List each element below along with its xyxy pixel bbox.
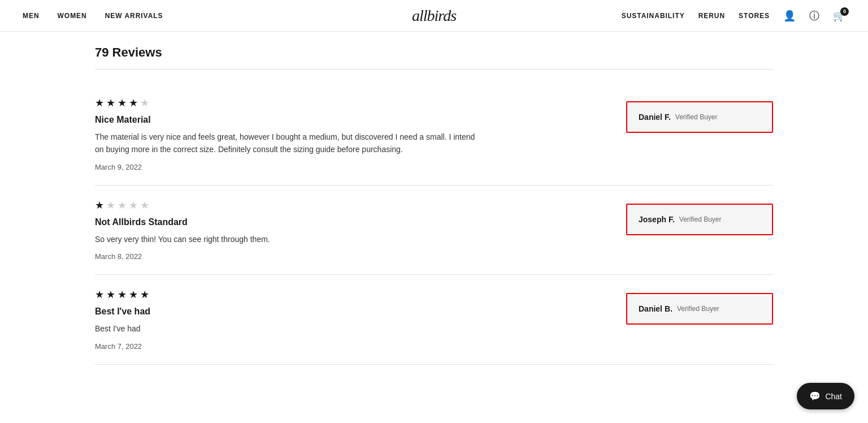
reviews-container: ★★★★★ Nice Material The material is very… [95, 83, 773, 365]
nav-right-links: SUSTAINABILITY RERUN STORES [622, 12, 770, 20]
filled-star: ★ [95, 199, 104, 212]
filled-star: ★ [140, 288, 149, 301]
filled-star: ★ [129, 97, 138, 109]
nav-logo-area: allbirds [412, 7, 456, 25]
nav-rerun[interactable]: RERUN [698, 12, 725, 20]
review-body: The material is very nice and feels grea… [95, 131, 479, 156]
nav-right: SUSTAINABILITY RERUN STORES 👤 ⓘ 🛒 0 [622, 9, 845, 23]
review-body: Best I've had [95, 322, 479, 335]
review-title: Not Allbirds Standard [95, 217, 479, 227]
cart-badge: 0 [840, 7, 849, 16]
review-date: March 7, 2022 [95, 342, 479, 351]
cart-icon[interactable]: 🛒 0 [833, 10, 845, 22]
review-right: Daniel B. Verified Buyer [626, 288, 773, 350]
filled-star: ★ [95, 97, 104, 109]
nav-new-arrivals[interactable]: NEW ARRIVALS [105, 12, 163, 20]
star-rating: ★★★★★ [95, 199, 479, 212]
review-item: ★★★★★ Nice Material The material is very… [95, 83, 773, 185]
review-right: Daniel F. Verified Buyer [626, 97, 773, 171]
review-date: March 9, 2022 [95, 163, 479, 171]
reviewer-card: Joseph F. Verified Buyer [626, 204, 773, 235]
empty-star: ★ [140, 199, 149, 212]
review-title: Best I've had [95, 307, 479, 317]
reviewer-name: Daniel B. [639, 304, 672, 313]
review-left: ★★★★★ Nice Material The material is very… [95, 97, 479, 171]
nav-women[interactable]: WOMEN [58, 12, 87, 20]
verified-buyer-badge: Verified Buyer [679, 215, 722, 223]
site-logo: allbirds [412, 7, 456, 24]
top-divider [95, 69, 773, 70]
reviewer-card: Daniel F. Verified Buyer [626, 101, 773, 133]
nav-left: MEN WOMEN NEW ARRIVALS [23, 12, 163, 20]
verified-buyer-badge: Verified Buyer [677, 305, 719, 313]
verified-buyer-badge: Verified Buyer [675, 113, 718, 121]
filled-star: ★ [106, 97, 115, 109]
reviewer-card: Daniel B. Verified Buyer [626, 293, 773, 325]
review-right: Joseph F. Verified Buyer [626, 199, 773, 261]
review-item: ★★★★★ Not Allbirds Standard So very very… [95, 185, 773, 275]
filled-star: ★ [106, 288, 115, 301]
empty-star: ★ [118, 199, 127, 212]
nav-stores[interactable]: STORES [739, 12, 770, 20]
filled-star: ★ [129, 288, 138, 301]
star-rating: ★★★★★ [95, 288, 479, 301]
main-content: 79 Reviews ★★★★★ Nice Material The mater… [72, 32, 796, 378]
nav-sustainability[interactable]: SUSTAINABILITY [622, 12, 685, 20]
nav-men[interactable]: MEN [23, 12, 40, 20]
review-date: March 8, 2022 [95, 252, 479, 261]
review-left: ★★★★★ Best I've had Best I've had March … [95, 288, 479, 350]
review-title: Nice Material [95, 115, 479, 125]
empty-star: ★ [129, 199, 138, 212]
empty-star: ★ [140, 97, 149, 109]
review-body: So very very thin! You can see right thr… [95, 233, 479, 245]
help-icon[interactable]: ⓘ [809, 9, 819, 23]
review-left: ★★★★★ Not Allbirds Standard So very very… [95, 199, 479, 261]
account-icon[interactable]: 👤 [783, 10, 796, 22]
filled-star: ★ [95, 288, 104, 301]
navbar: MEN WOMEN NEW ARRIVALS allbirds SUSTAINA… [0, 0, 868, 32]
reviews-count: 79 Reviews [95, 45, 773, 60]
star-rating: ★★★★★ [95, 97, 479, 109]
reviewer-name: Daniel F. [639, 113, 671, 122]
filled-star: ★ [118, 288, 127, 301]
reviewer-name: Joseph F. [639, 215, 675, 224]
review-item: ★★★★★ Best I've had Best I've had March … [95, 275, 773, 364]
empty-star: ★ [106, 199, 115, 212]
filled-star: ★ [118, 97, 127, 109]
